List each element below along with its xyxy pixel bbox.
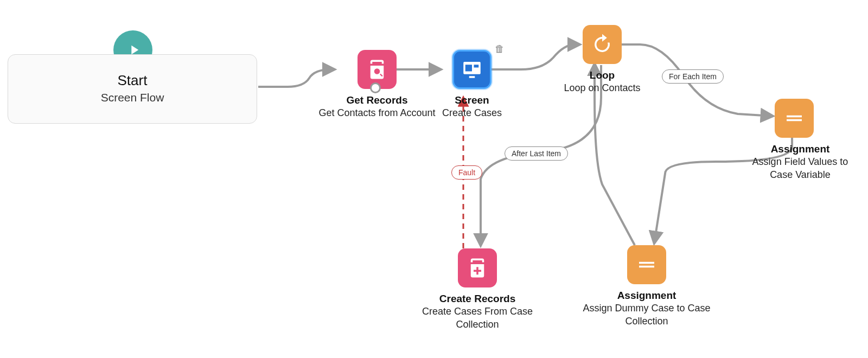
trash-icon[interactable]: 🗑	[495, 43, 505, 55]
loop-subtitle: Loop on Contacts	[548, 81, 656, 94]
loop-icon	[583, 25, 622, 64]
create-records-icon	[458, 248, 497, 287]
screen-subtitle: Create Cases	[423, 106, 521, 119]
assignment2-subtitle: Assign Dummy Case to Case Collection	[582, 302, 712, 328]
create-records-subtitle: Create Cases From Case Collection	[418, 305, 537, 331]
for-each-label: For Each Item	[662, 69, 724, 84]
screen-node[interactable]: Screen Create Cases	[423, 50, 521, 119]
start-subtitle: Screen Flow	[8, 91, 257, 104]
start-title: Start	[8, 72, 257, 89]
create-records-node[interactable]: Create Records Create Cases From Case Co…	[418, 248, 537, 331]
connector-dot-icon	[370, 82, 381, 93]
create-records-title: Create Records	[418, 293, 537, 305]
loop-title: Loop	[548, 69, 656, 81]
assignment-icon	[775, 99, 814, 138]
start-node[interactable]: Start Screen Flow	[8, 54, 257, 124]
assignment2-title: Assignment	[582, 290, 712, 302]
screen-title: Screen	[423, 94, 521, 106]
assignment-dummy-case-node[interactable]: Assignment Assign Dummy Case to Case Col…	[582, 245, 712, 328]
assignment-field-values-node[interactable]: Assignment Assign Field Values to Case V…	[743, 99, 857, 182]
after-last-label: After Last Item	[505, 146, 568, 161]
fault-label: Fault	[451, 165, 482, 180]
assignment1-subtitle: Assign Field Values to Case Variable	[743, 155, 857, 182]
assignment1-title: Assignment	[743, 143, 857, 155]
screen-icon	[452, 50, 492, 89]
loop-node[interactable]: Loop Loop on Contacts	[548, 25, 656, 94]
assignment-icon	[627, 245, 666, 284]
